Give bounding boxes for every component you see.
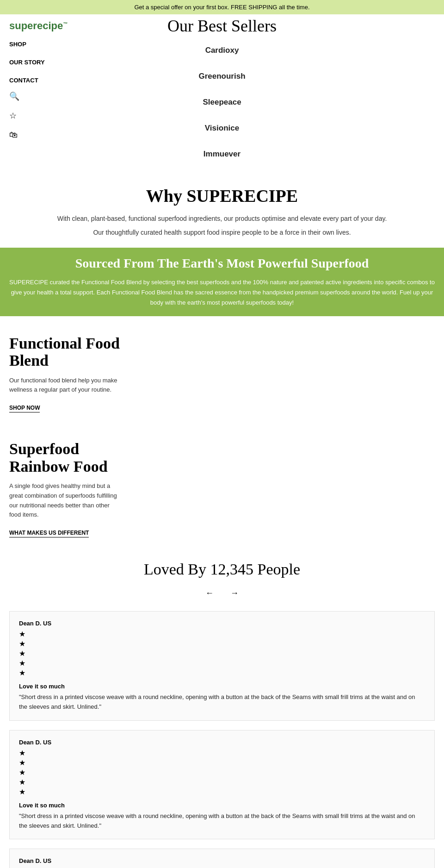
star-3: ★ bbox=[19, 768, 425, 777]
star-4: ★ bbox=[19, 659, 425, 668]
feature1-text: Our functional food blend help you make … bbox=[9, 376, 120, 395]
top-banner: Get a special offer on your first box. F… bbox=[0, 0, 444, 14]
sidebar-item-contact[interactable]: CONTACT bbox=[9, 69, 56, 87]
sidebar-item-our-story[interactable]: OUR STORY bbox=[9, 50, 56, 69]
search-icon[interactable]: 🔍 bbox=[9, 87, 56, 106]
feature2-title: Superfood Rainbow Food bbox=[9, 440, 120, 475]
feature1-title: Functional Food Blend bbox=[9, 335, 120, 369]
logo-tm: ™ bbox=[63, 21, 68, 26]
star-2: ★ bbox=[19, 639, 425, 648]
review1-title: Love it so much bbox=[19, 683, 425, 690]
star-5: ★ bbox=[19, 668, 425, 677]
star-2: ★ bbox=[19, 758, 425, 767]
review2-name: Dean D. US bbox=[19, 739, 425, 746]
green-banner-text: SUPERECIPE curated the Functional Food B… bbox=[9, 277, 435, 308]
review1-text: "Short dress in a printed viscose weave … bbox=[19, 693, 425, 712]
review2-text: "Short dress in a printed viscose weave … bbox=[19, 812, 425, 831]
review2-title: Love it so much bbox=[19, 802, 425, 809]
green-banner-title: Sourced From The Earth's Most Powerful S… bbox=[9, 256, 435, 271]
loved-title: Loved By 12,345 People bbox=[9, 561, 435, 578]
review3-name: Dean D. US bbox=[19, 857, 425, 864]
star-3: ★ bbox=[19, 649, 425, 658]
best-seller-cardioxy[interactable]: Cardioxy bbox=[0, 37, 444, 63]
sidebar-item-shop[interactable]: SHOP bbox=[9, 32, 56, 50]
best-seller-visionice[interactable]: Visionice bbox=[0, 115, 444, 141]
carousel-prev-button[interactable]: ← bbox=[202, 587, 217, 600]
review-card-3: Dean D. US bbox=[9, 849, 435, 868]
page-title: Our Best Sellers bbox=[167, 16, 277, 36]
carousel-nav: ← → bbox=[9, 587, 435, 600]
best-sellers-section: Cardioxy Greenourish Sleepeace Visionice… bbox=[0, 37, 444, 176]
what-makes-us-different-link[interactable]: WHAT MAKES US DIFFERENT bbox=[9, 530, 89, 537]
sidebar: SHOP OUR STORY CONTACT 🔍 ☆ 🛍 bbox=[0, 28, 65, 149]
best-seller-immuever[interactable]: Immuever bbox=[0, 141, 444, 167]
shop-now-link[interactable]: SHOP NOW bbox=[9, 405, 40, 412]
best-seller-sleepeace[interactable]: Sleepeace bbox=[0, 89, 444, 115]
feature2-text: A single food gives healthy mind but a g… bbox=[9, 481, 120, 520]
loved-section: Loved By 12,345 People ← → Dean D. US ★ … bbox=[0, 547, 444, 868]
green-banner: Sourced From The Earth's Most Powerful S… bbox=[0, 248, 444, 316]
carousel-next-button[interactable]: → bbox=[227, 587, 242, 600]
review1-name: Dean D. US bbox=[19, 620, 425, 627]
feature-functional-food: Functional Food Blend Our functional foo… bbox=[0, 316, 130, 422]
review1-stars: ★ ★ ★ ★ ★ bbox=[19, 630, 425, 677]
review-card-1: Dean D. US ★ ★ ★ ★ ★ Love it so much "Sh… bbox=[9, 611, 435, 721]
why-text-line2: Our thoughtfully curated health support … bbox=[18, 227, 426, 238]
cart-icon[interactable]: 🛍 bbox=[9, 125, 56, 144]
star-1: ★ bbox=[19, 630, 425, 638]
why-section: Why SUPERECIPE With clean, plant-based, … bbox=[0, 176, 444, 248]
review-card-2: Dean D. US ★ ★ ★ ★ ★ Love it so much "Sh… bbox=[9, 730, 435, 840]
review2-stars: ★ ★ ★ ★ ★ bbox=[19, 749, 425, 796]
feature-superfood-rainbow: Superfood Rainbow Food A single food giv… bbox=[0, 422, 130, 547]
why-title: Why SUPERECIPE bbox=[18, 186, 426, 206]
why-text-line1: With clean, plant-based, functional supe… bbox=[18, 213, 426, 225]
header: superecipe™ Our Best Sellers bbox=[0, 14, 444, 37]
star-4: ★ bbox=[19, 778, 425, 787]
star-1: ★ bbox=[19, 749, 425, 757]
wishlist-icon[interactable]: ☆ bbox=[9, 106, 56, 125]
banner-text: Get a special offer on your first box. F… bbox=[134, 4, 309, 11]
star-5: ★ bbox=[19, 787, 425, 796]
best-seller-greenourish[interactable]: Greenourish bbox=[0, 63, 444, 89]
